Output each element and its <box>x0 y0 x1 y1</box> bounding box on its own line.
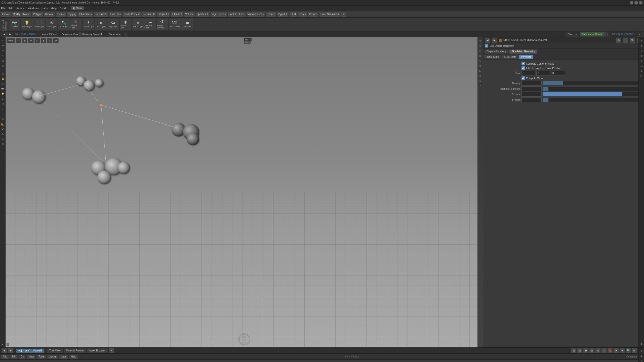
net-go-btn[interactable]: Go <box>19 354 26 359</box>
motion-fx-btn[interactable]: Motion FX View <box>40 32 59 36</box>
causticlight-shelf-btn[interactable]: ◉Caustic Light <box>119 18 132 31</box>
maximize-button[interactable] <box>634 1 638 5</box>
compute-mass-check[interactable] <box>521 76 525 80</box>
r-dop-label[interactable]: dopnet1 <box>626 33 635 35</box>
texture-btn[interactable]: Texture <box>55 12 66 17</box>
guideprocess-btn[interactable]: Guide Process <box>122 12 141 17</box>
particlefluids-btn[interactable]: Particle Fluids <box>227 12 246 17</box>
props-right-6[interactable]: ⊟ <box>639 63 644 68</box>
miclight-shelf-btn[interactable]: ●Mic Light <box>95 18 107 31</box>
lock-tool[interactable]: 🔒 <box>1 76 5 81</box>
window-controls[interactable] <box>630 1 642 5</box>
menu-edit[interactable]: Edit <box>9 7 13 10</box>
performance-monitor-btn[interactable]: Performance Monitor <box>580 32 605 36</box>
modify-btn[interactable]: Modify <box>12 12 21 17</box>
scale-tool[interactable]: ⤡ <box>1 53 5 58</box>
menu-windows[interactable]: Windows <box>28 7 39 10</box>
distantlight-shelf-btn[interactable]: ↟Distant Light <box>83 18 95 31</box>
arealight-shelf-btn[interactable]: ⬛Area Light <box>33 18 45 31</box>
vp-tool-1[interactable]: ◈ <box>478 38 482 43</box>
net-layout-btn[interactable]: ⊞ <box>571 348 577 353</box>
main-tab[interactable]: ▣ Main <box>71 6 84 10</box>
portallight-shelf-btn[interactable]: ⊗Portal Light <box>132 18 144 31</box>
network-canvas[interactable]: rbdpackedobject1 rigidbodysolver1 hardco… <box>0 360 638 362</box>
net-view-btn[interactable]: View <box>27 354 36 359</box>
r-obj-label[interactable]: obj <box>612 33 615 35</box>
transform-tool[interactable]: ⊞ <box>1 58 5 63</box>
grid-tool[interactable]: ⊞ <box>1 142 5 146</box>
bottom-tool[interactable]: ▼ <box>1 342 5 346</box>
net-labs-btn[interactable]: Labs <box>59 354 68 359</box>
geometry-spread-btn[interactable]: Geometry Spreadsh... <box>80 32 106 36</box>
vp-tool-4[interactable]: ⊞ <box>478 53 482 58</box>
pivot-x-input[interactable] <box>521 71 535 75</box>
pivot-tool[interactable]: ⊗ <box>1 117 5 121</box>
composite-view-btn[interactable]: Composite View <box>60 32 80 36</box>
vp-forward-btn[interactable]: ▶ <box>8 32 13 36</box>
net-layout-menu-btn[interactable]: Layout <box>47 354 58 359</box>
rotstiff-input[interactable]: 1 <box>521 86 542 91</box>
vp-dop-label[interactable]: dopnet1 <box>29 33 38 35</box>
vp-tool-10[interactable]: ? <box>478 83 482 88</box>
vrcam-shelf-btn[interactable]: VRVR Camera <box>169 18 181 31</box>
close-button[interactable] <box>639 1 642 5</box>
vp-select-btn[interactable]: ↖ <box>16 38 21 43</box>
volume-btn[interactable]: Volume <box>184 12 195 17</box>
net-star-btn[interactable]: ★ <box>613 348 619 353</box>
collider-tool[interactable]: ⊛ <box>1 137 5 141</box>
oceans-btn[interactable]: Oceans <box>265 12 276 17</box>
display-geometry-tab[interactable]: Display Geometry <box>484 49 509 54</box>
net-bookmark-btn[interactable]: 🔖 <box>607 348 613 353</box>
props-right-info[interactable]: ℹ <box>639 342 644 346</box>
expand-right-btn[interactable]: ⤢ <box>637 32 642 36</box>
move-tool[interactable]: ✥ <box>1 43 5 48</box>
spotlight-shelf-btn[interactable]: 🔦SpotLight <box>58 18 70 31</box>
menu-help[interactable]: Help <box>51 7 57 10</box>
ruler-tool[interactable]: 📐 <box>1 122 5 126</box>
light-tool[interactable]: 💡 <box>1 92 5 96</box>
physics-tool[interactable]: ⚙ <box>1 132 5 136</box>
drivesim-btn[interactable]: Drive Simulation <box>319 12 340 17</box>
vp-display-btn[interactable]: ⊙ <box>47 38 52 43</box>
scene-view-btn[interactable]: Scene View <box>107 32 122 36</box>
vp-obj-label[interactable]: obj <box>15 33 18 35</box>
net-obj-label[interactable]: obj › geo4 › dopnet1 <box>16 348 44 353</box>
add-view-net-btn[interactable]: + <box>109 348 114 353</box>
props-right-3[interactable]: ⊙ <box>639 48 644 53</box>
viewport[interactable]: View ↖ ✥ ↻ ⤡ ◈ ⊙ ⚙ Persp No Cam ◈ ⊕ ◎ ⊞ … <box>6 37 483 347</box>
net-help-btn[interactable]: Help <box>69 354 78 359</box>
compute-center-check[interactable] <box>521 62 525 65</box>
rigidbodies-btn[interactable]: Rigid Bodies <box>210 12 227 17</box>
skylight-shelf-btn[interactable]: 🌤Sky Light <box>107 18 119 31</box>
paint-tool[interactable]: 🖌 <box>1 127 5 131</box>
add-view-right-btn[interactable]: + <box>605 32 610 36</box>
props-back-btn[interactable]: ◀ <box>485 37 490 43</box>
asset-browser-tab[interactable]: Asset Browser <box>87 348 107 353</box>
pivot-y-input[interactable] <box>536 71 550 75</box>
net-flag-btn[interactable]: ⚑ <box>619 348 625 353</box>
vp-tool-9[interactable]: ⚙ <box>478 78 482 83</box>
simulation-geometry-tab[interactable]: Simulation Geometry <box>509 49 537 54</box>
orient-tool[interactable]: ⊹ <box>1 112 5 116</box>
density-slider[interactable] <box>543 81 642 85</box>
polygon-btn[interactable]: Polygon <box>32 12 44 17</box>
take-list-btn[interactable]: Take List <box>567 32 579 36</box>
net-search-btn[interactable]: 🔍 <box>625 348 631 353</box>
props-right-8[interactable]: ⚙ <box>639 73 644 78</box>
vp-tool-5[interactable]: ⊙ <box>478 58 482 63</box>
rigging-btn[interactable]: Rigging <box>66 12 77 17</box>
snapping-tool[interactable]: ⊙ <box>1 71 5 76</box>
pyrofx-btn[interactable]: Pyro FX <box>277 12 289 17</box>
vp-move-btn[interactable]: ✥ <box>22 38 27 43</box>
props-right-2[interactable]: ◈ <box>639 43 644 48</box>
rotate-tool[interactable]: ↻ <box>1 48 5 53</box>
bounce-slider[interactable] <box>543 92 642 97</box>
net-zoom-out-btn[interactable]: ⊖ <box>631 348 637 353</box>
view-mode-btn[interactable]: View <box>7 38 15 43</box>
props-right-7[interactable]: ⊛ <box>639 68 644 73</box>
vp-tool-7[interactable]: ⊟ <box>478 68 482 73</box>
create-btn[interactable]: Create <box>1 12 11 17</box>
shading-tool[interactable]: ◈ <box>1 97 5 101</box>
visibility-tool[interactable]: ◎ <box>1 81 5 86</box>
viscousfluids-btn[interactable]: Viscous Fluids <box>246 12 265 17</box>
